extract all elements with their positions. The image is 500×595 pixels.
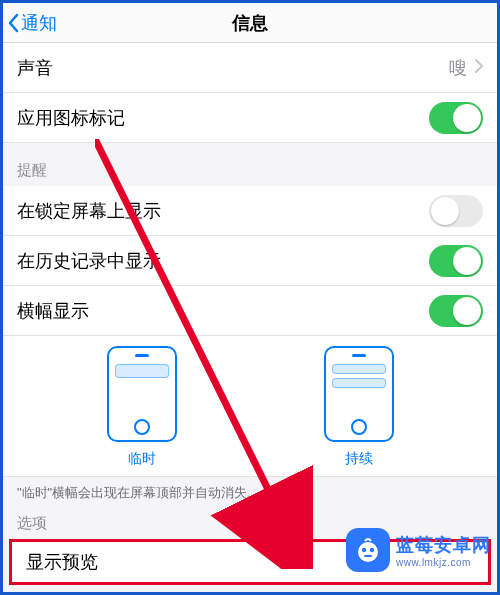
settings-screen: 通知 信息 声音 嗖 应用图标标记 提醒 在锁定屏幕上显示 在历史记录中显示 横… xyxy=(0,0,500,595)
banner-style-persistent[interactable]: 持续 xyxy=(324,346,394,468)
row-badge: 应用图标标记 xyxy=(3,93,497,143)
watermark-url: www.lmkjz.com xyxy=(396,557,491,568)
watermark: 蓝莓安卓网 www.lmkjz.com xyxy=(346,528,491,572)
row-sound[interactable]: 声音 嗖 xyxy=(3,43,497,93)
blueberry-icon xyxy=(346,528,390,572)
toggle-lock-screen[interactable] xyxy=(429,195,483,227)
svg-point-4 xyxy=(370,548,374,552)
svg-rect-5 xyxy=(364,555,372,557)
row-history: 在历史记录中显示 xyxy=(3,236,497,286)
banner-style-group: 临时 持续 xyxy=(3,336,497,477)
phone-icon xyxy=(107,346,177,442)
navbar: 通知 信息 xyxy=(3,3,497,43)
row-sound-value: 嗖 xyxy=(449,56,467,80)
watermark-brand: 蓝莓安卓网 xyxy=(396,533,491,557)
toggle-banner[interactable] xyxy=(429,295,483,327)
section-header-alerts: 提醒 xyxy=(3,143,497,186)
row-history-label: 在历史记录中显示 xyxy=(17,249,161,273)
row-banner: 横幅显示 xyxy=(3,286,497,336)
svg-point-2 xyxy=(358,542,378,562)
chevron-left-icon xyxy=(7,13,19,33)
banner-footnote: "临时"横幅会出现在屏幕顶部并自动消失。 xyxy=(3,477,497,506)
toggle-history[interactable] xyxy=(429,245,483,277)
row-sound-label: 声音 xyxy=(17,56,53,80)
svg-point-3 xyxy=(362,548,366,552)
row-badge-label: 应用图标标记 xyxy=(17,106,125,130)
banner-temporary-label: 临时 xyxy=(128,450,156,468)
row-banner-label: 横幅显示 xyxy=(17,299,89,323)
row-lock-screen: 在锁定屏幕上显示 xyxy=(3,186,497,236)
back-button[interactable]: 通知 xyxy=(7,11,57,35)
toggle-badge[interactable] xyxy=(429,102,483,134)
row-lock-label: 在锁定屏幕上显示 xyxy=(17,199,161,223)
banner-persistent-label: 持续 xyxy=(345,450,373,468)
phone-icon xyxy=(324,346,394,442)
row-preview-label: 显示预览 xyxy=(26,550,98,574)
page-title: 信息 xyxy=(232,11,268,35)
back-label: 通知 xyxy=(21,11,57,35)
banner-style-temporary[interactable]: 临时 xyxy=(107,346,177,468)
chevron-right-icon xyxy=(475,57,483,78)
